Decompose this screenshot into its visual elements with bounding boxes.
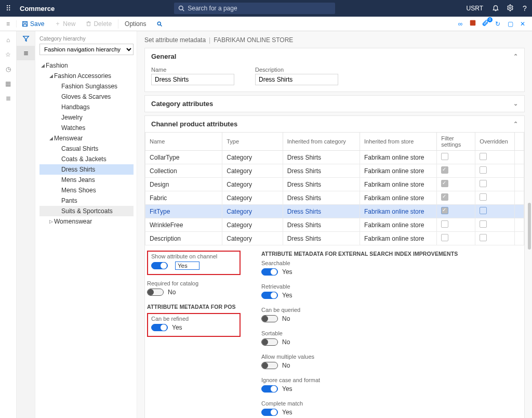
pos-heading: ATTRIBUTE METADATA FOR POS [147,304,241,310]
filter-checkbox[interactable] [441,166,448,174]
bell-icon[interactable] [488,4,503,13]
scrollbar[interactable] [528,203,531,250]
filter-checkbox[interactable] [441,234,448,241]
col-inhs[interactable]: Inherited from store [360,133,436,151]
tree-shoes[interactable]: Mens Shoes [39,185,134,195]
overridden-checkbox[interactable] [480,180,487,187]
filter-panel: ≣ [17,31,35,418]
ignore-toggle[interactable] [261,385,278,393]
general-header[interactable]: General⌃ [145,48,524,64]
svg-rect-5 [23,24,26,26]
gear-icon[interactable] [503,4,517,13]
user-label[interactable]: USRT [461,5,488,12]
sortable-toggle[interactable] [261,338,278,346]
show-attribute-toggle[interactable] [151,262,168,269]
options-button[interactable]: Options [119,20,151,28]
table-row[interactable]: FabricCategoryDress ShirtsFabrikam onlin… [145,191,524,205]
filter-checkbox[interactable] [441,180,448,187]
tree-watches[interactable]: Watches [39,123,134,133]
queried-toggle[interactable] [261,315,278,322]
tree-jewelry[interactable]: Jewelry [39,112,134,123]
tree-handbags[interactable]: Handbags [39,102,134,112]
required-catalog-toggle[interactable] [147,289,164,296]
attribute-metadata: Show attribute on channel Yes Required f… [145,245,524,418]
filter-icon[interactable] [17,31,35,46]
filter-checkbox[interactable] [441,220,448,228]
tree-fashion[interactable]: ◢Fashion [39,60,134,71]
list-icon[interactable]: ≣ [6,95,11,102]
close-icon[interactable]: ✕ [516,20,529,28]
table-row[interactable]: CollarTypeCategoryDress ShirtsFabrikam o… [145,151,524,164]
table-row[interactable]: DesignCategoryDress ShirtsFabrikam onlin… [145,178,524,191]
save-button[interactable]: Save [17,20,49,28]
overridden-checkbox[interactable] [480,234,487,241]
searchable-toggle[interactable] [261,268,278,276]
svg-point-9 [158,22,161,25]
main-content: Set attribute metadata|FABRIKAM ONLINE S… [137,31,532,418]
refresh-icon[interactable]: ↻ [491,20,504,28]
new-button[interactable]: ＋New [49,19,81,28]
tree-accessories[interactable]: ◢Fashion Accessories [39,71,134,81]
svg-rect-11 [470,20,476,26]
tree-casual[interactable]: Casual Shirts [39,143,134,154]
app-launcher-icon[interactable]: ⠿ [0,4,17,12]
channel-product-attributes-panel: Channel product attributes⌃ Name Type In… [144,115,525,418]
table-row[interactable]: CollectionCategoryDress ShirtsFabrikam o… [145,164,524,178]
cpa-header[interactable]: Channel product attributes⌃ [145,116,524,132]
recent-icon[interactable]: ◷ [6,66,11,73]
lines-icon[interactable]: ≣ [17,46,35,60]
overridden-checkbox[interactable] [480,220,487,228]
overridden-checkbox[interactable] [480,153,487,160]
overridden-checkbox[interactable] [480,166,487,174]
hierarchy-select[interactable]: Fashion navigation hierarchy [39,44,134,55]
retrievable-toggle[interactable] [261,292,278,299]
filter-checkbox[interactable] [441,193,448,201]
module-icon[interactable]: ▦ [5,80,11,87]
table-row[interactable]: WrinkleFreeCategoryDress ShirtsFabrikam … [145,218,524,232]
delete-button[interactable]: Delete [81,20,117,28]
overridden-checkbox[interactable] [480,207,487,214]
name-label: Name [151,67,234,73]
table-row[interactable]: FitTypeCategoryDress ShirtsFabrikam onli… [145,205,524,218]
cpa-table: Name Type Inherited from category Inheri… [145,132,524,245]
col-type[interactable]: Type [222,133,283,151]
refine-toggle[interactable] [151,324,168,331]
help-icon[interactable]: ? [517,4,532,12]
desc-input[interactable] [255,74,338,85]
table-row[interactable]: DescriptionCategoryDress ShirtsFabrikam … [145,232,524,245]
popout-icon[interactable]: ▢ [504,20,516,28]
search-box[interactable]: Search for a page [174,3,335,14]
tree-pants[interactable]: Pants [39,195,134,206]
multi-toggle[interactable] [261,362,278,369]
favorite-icon[interactable]: ☆ [5,51,11,58]
tree-coats[interactable]: Coats & Jackets [39,154,134,164]
col-inhc[interactable]: Inherited from category [283,133,360,151]
tree-jeans[interactable]: Mens Jeans [39,175,134,185]
tree-suits[interactable]: Suits & Sportcoats [39,206,134,216]
multi-label: Allow multiple values [261,354,458,360]
collapse-icon[interactable]: ≡ [0,20,17,28]
name-input[interactable] [151,74,234,85]
find-icon[interactable] [151,21,168,27]
attachment-icon[interactable]: 0 [479,19,491,28]
filter-checkbox[interactable] [441,153,448,160]
category-attributes-header[interactable]: Category attributes⌄ [145,96,524,112]
tree-menswear[interactable]: ◢Menswear [39,133,134,143]
tree-dress-shirts[interactable]: Dress Shirts [39,164,134,175]
highlight-show-attribute: Show attribute on channel Yes [147,251,241,275]
overridden-checkbox[interactable] [480,193,487,201]
office-icon[interactable] [467,19,479,28]
svg-line-10 [161,24,162,26]
show-attribute-value[interactable]: Yes [175,262,200,270]
col-name[interactable]: Name [145,133,222,151]
link-icon[interactable]: ∞ [454,20,467,28]
tree-gloves[interactable]: Gloves & Scarves [39,92,134,102]
col-over[interactable]: Overridden [475,133,515,151]
tree-womenswear[interactable]: ▷Womenswear [39,216,134,227]
tree-sunglasses[interactable]: Fashion Sunglasses [39,81,134,92]
home-icon[interactable]: ⌂ [6,36,10,44]
col-filter[interactable]: Filter settings [437,133,475,151]
complete-toggle[interactable] [261,409,278,416]
filter-checkbox[interactable] [441,207,448,214]
trash-icon [86,21,91,27]
